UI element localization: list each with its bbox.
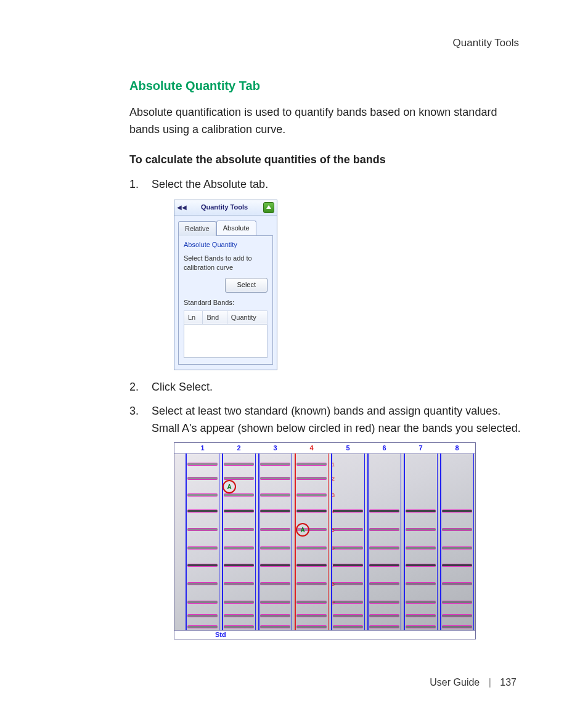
- gel-lane-3: 3: [258, 443, 292, 630]
- gel-band: [406, 601, 436, 604]
- gel-band: [296, 625, 327, 628]
- step-1: Select the Absolute tab. ◀◀ Quantity Too…: [129, 176, 526, 370]
- table-empty: [184, 324, 267, 357]
- gel-band: [442, 528, 472, 531]
- gel-band: [224, 509, 254, 513]
- gel-band: [333, 564, 363, 567]
- gel-band: [224, 614, 254, 617]
- footer-separator: |: [489, 677, 491, 688]
- tab-absolute[interactable]: Absolute: [216, 221, 256, 235]
- running-header: Quantity Tools: [62, 37, 526, 49]
- footer-page: 137: [500, 677, 517, 688]
- gel-lane-7: 7: [404, 443, 438, 630]
- gel-band: [260, 564, 290, 567]
- gel-band: [187, 614, 218, 617]
- gel-band: [369, 546, 399, 550]
- gel-std-label: Std: [215, 630, 226, 639]
- standard-bands-label: Standard Bands:: [184, 298, 267, 308]
- gel-band: [260, 614, 290, 617]
- gel-band: [260, 463, 290, 466]
- col-ln[interactable]: Ln: [184, 310, 203, 324]
- select-button[interactable]: Select: [225, 278, 267, 292]
- gel-lane-5: 5: [331, 443, 365, 630]
- gel-band: [260, 546, 290, 550]
- gel-lane-number: 5: [331, 443, 365, 453]
- gel-band: [406, 625, 436, 628]
- gel-band: [406, 582, 436, 585]
- procedure-heading: To calculate the absolute quantities of …: [129, 153, 526, 166]
- gel-band: [333, 614, 363, 617]
- gel-lane-number: 3: [258, 443, 292, 453]
- quantity-tools-panel: ◀◀ Quantity Tools Relative Absolute Abso…: [174, 200, 277, 370]
- gel-band: [260, 601, 290, 604]
- step-1-text: Select the Absolute tab.: [152, 178, 268, 190]
- gel-band: [406, 528, 436, 531]
- step-3: Select at least two standard (known) ban…: [129, 403, 526, 639]
- collapse-icon[interactable]: ◀◀: [177, 203, 186, 213]
- gel-lane-8: 8: [440, 443, 474, 630]
- step-3-text: Select at least two standard (known) ban…: [152, 405, 521, 434]
- gel-band: [296, 564, 327, 567]
- gel-lane-number: 4: [295, 443, 329, 453]
- gel-band: [296, 601, 327, 604]
- gel-band: [187, 582, 218, 585]
- gel-band: [442, 625, 472, 628]
- step-2: Click Select.: [129, 379, 526, 396]
- gel-band: [369, 509, 399, 513]
- gel-band: [369, 601, 399, 604]
- gel-band: [442, 601, 472, 604]
- gel-band: [369, 614, 399, 617]
- gel-band: [296, 614, 327, 617]
- up-arrow-icon[interactable]: [263, 202, 274, 213]
- gel-band: [187, 509, 218, 513]
- gel-lane-number: 2: [222, 443, 256, 453]
- panel-tabs: Relative Absolute: [174, 216, 277, 235]
- gel-band: [260, 528, 290, 531]
- gel-band: [260, 477, 290, 480]
- gel-band: [187, 477, 218, 480]
- gel-band: [333, 509, 363, 513]
- gel-band: [296, 463, 327, 466]
- gel-band: [369, 528, 399, 531]
- gel-band: [260, 582, 290, 585]
- gel-band: [442, 614, 472, 617]
- panel-title: Quantity Tools: [186, 202, 263, 213]
- gel-band: [187, 528, 218, 531]
- gel-band: [406, 509, 436, 513]
- gel-lane-6: 6: [367, 443, 401, 630]
- tab-relative[interactable]: Relative: [178, 221, 216, 236]
- page-footer: User Guide | 137: [430, 677, 517, 688]
- gel-lane-number: 1: [186, 443, 219, 453]
- gel-lane-2: 2: [222, 443, 256, 630]
- col-quantity[interactable]: Quantity: [227, 310, 267, 324]
- gel-lane-number: 7: [404, 443, 438, 453]
- gel-band: [224, 528, 254, 531]
- gel-band: [224, 582, 254, 585]
- gel-band: [296, 509, 327, 513]
- group-label: Absolute Quantity: [184, 240, 267, 250]
- footer-doc: User Guide: [430, 677, 480, 688]
- gel-band: [187, 546, 218, 550]
- gel-band: [406, 546, 436, 550]
- gel-band: [187, 493, 218, 497]
- gel-band: [369, 625, 399, 628]
- gel-band: [187, 463, 218, 466]
- gel-band: [333, 528, 363, 531]
- section-title: Absolute Quantity Tab: [129, 79, 526, 93]
- gel-band: [224, 601, 254, 604]
- standard-bands-table: Ln Bnd Quantity: [184, 310, 267, 358]
- gel-band: [187, 601, 218, 604]
- col-bnd[interactable]: Bnd: [203, 310, 227, 324]
- gel-band: [260, 509, 290, 513]
- step-2-text: Click Select.: [152, 381, 213, 393]
- gel-band: [333, 546, 363, 550]
- gel-band: [296, 477, 327, 480]
- gel-band: [369, 564, 399, 567]
- gel-band: [442, 564, 472, 567]
- gel-band: [224, 493, 254, 497]
- gel-band: [406, 564, 436, 567]
- gel-lane-4: 4123456789: [295, 443, 329, 630]
- help-text: Select Bands to add to calibration curve: [184, 254, 267, 272]
- panel-body: Absolute Quantity Select Bands to add to…: [178, 235, 273, 365]
- gel-band: [369, 582, 399, 585]
